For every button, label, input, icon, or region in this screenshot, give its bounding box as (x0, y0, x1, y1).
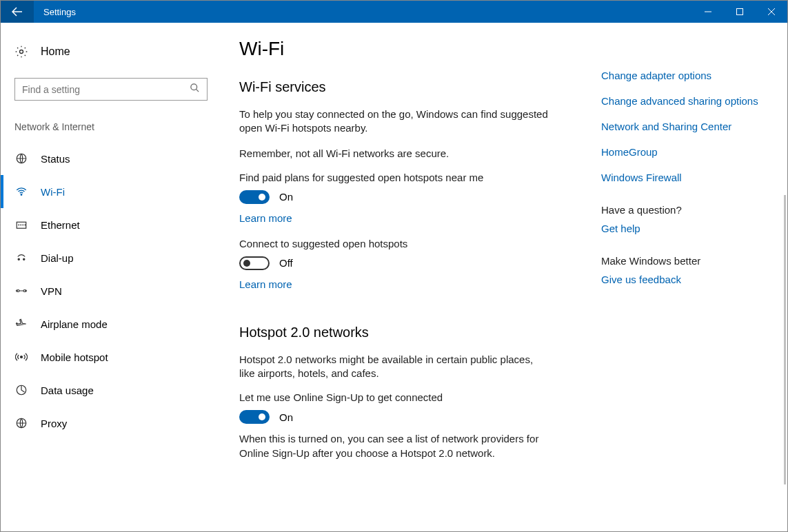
wifi-services-intro: To help you stay connected on the go, Wi… (239, 108, 549, 136)
svg-point-1 (20, 50, 23, 54)
sidebar-item-proxy[interactable]: Proxy (1, 407, 221, 440)
sidebar-item-label: Proxy (41, 418, 67, 429)
hotspot-icon (14, 351, 28, 363)
window-title: Settings (34, 7, 692, 17)
search-input[interactable] (22, 84, 190, 95)
question-heading: Have a question? (601, 204, 767, 216)
paid-plans-label: Find paid plans for suggested open hotsp… (239, 172, 584, 183)
section-wifi-services-heading: Wi-Fi services (239, 79, 584, 95)
related-link[interactable]: Windows Firewall (601, 172, 767, 183)
svg-point-9 (23, 290, 26, 292)
sidebar-item-wifi[interactable]: Wi-Fi (1, 175, 221, 208)
related-link[interactable]: Change adapter options (601, 70, 767, 81)
sidebar-item-status[interactable]: Status (1, 142, 221, 175)
minimize-button[interactable] (692, 1, 724, 23)
home-button[interactable]: Home (14, 38, 221, 65)
maximize-button[interactable] (724, 1, 756, 23)
wifi-services-remember: Remember, not all Wi-Fi networks are sec… (239, 147, 549, 161)
sidebar-item-label: Airplane mode (41, 318, 108, 330)
signup-label: Let me use Online Sign-Up to get connect… (239, 391, 584, 403)
airplane-icon (14, 318, 28, 330)
nav-section-header: Network & Internet (14, 121, 221, 132)
proxy-icon (14, 417, 28, 429)
get-help-link[interactable]: Get help (601, 223, 767, 234)
connect-hotspots-label: Connect to suggested open hotspots (239, 238, 584, 249)
titlebar: Settings (1, 1, 787, 23)
related-link[interactable]: Change advanced sharing options (601, 95, 767, 107)
connect-hotspots-state: Off (279, 257, 293, 269)
signup-state: On (279, 411, 293, 423)
signup-toggle[interactable] (239, 410, 270, 424)
related-link[interactable]: Network and Sharing Center (601, 121, 767, 132)
sidebar-item-label: VPN (41, 285, 62, 297)
feedback-link[interactable]: Give us feedback (601, 274, 767, 285)
search-icon (190, 83, 200, 96)
svg-point-4 (21, 194, 22, 196)
status-icon (14, 152, 28, 165)
learn-more-link-1[interactable]: Learn more (239, 212, 292, 224)
datausage-icon (14, 384, 28, 396)
signup-note: When this is turned on, you can see a li… (239, 432, 549, 460)
svg-point-6 (18, 258, 19, 260)
svg-point-7 (23, 258, 25, 260)
sidebar: Home Network & Internet Status Wi-Fi Eth… (1, 23, 221, 531)
ethernet-icon (14, 218, 28, 231)
close-button[interactable] (756, 1, 787, 23)
window-controls (692, 1, 787, 23)
sidebar-item-label: Data usage (41, 385, 94, 396)
sidebar-item-label: Ethernet (41, 219, 80, 231)
paid-plans-toggle[interactable] (239, 190, 270, 204)
sidebar-item-airplane[interactable]: Airplane mode (1, 307, 221, 340)
sidebar-item-dialup[interactable]: Dial-up (1, 241, 221, 274)
sidebar-item-ethernet[interactable]: Ethernet (1, 208, 221, 241)
dialup-icon (14, 252, 28, 264)
related-link[interactable]: HomeGroup (601, 146, 767, 158)
sidebar-item-hotspot[interactable]: Mobile hotspot (1, 340, 221, 374)
svg-point-8 (17, 290, 19, 292)
home-label: Home (41, 45, 70, 58)
sidebar-item-datausage[interactable]: Data usage (1, 374, 221, 407)
learn-more-link-2[interactable]: Learn more (239, 278, 292, 290)
feedback-heading: Make Windows better (601, 255, 767, 267)
svg-point-10 (21, 356, 23, 358)
connect-hotspots-toggle[interactable] (239, 256, 270, 270)
back-button[interactable] (1, 1, 34, 23)
wifi-icon (14, 185, 28, 198)
section-hotspot20-heading: Hotspot 2.0 networks (239, 325, 584, 340)
sidebar-item-label: Mobile hotspot (41, 351, 108, 363)
paid-plans-state: On (279, 191, 293, 203)
vpn-icon (14, 285, 28, 297)
search-box[interactable] (14, 78, 208, 101)
svg-point-2 (191, 84, 197, 90)
sidebar-item-vpn[interactable]: VPN (1, 274, 221, 307)
main-content: Wi-Fi Wi-Fi services To help you stay co… (221, 23, 787, 531)
page-title: Wi-Fi (239, 38, 584, 60)
gear-icon (14, 45, 28, 59)
hotspot20-intro: Hotspot 2.0 networks might be available … (239, 353, 549, 381)
scrollbar[interactable] (784, 195, 786, 484)
sidebar-item-label: Dial-up (41, 252, 74, 264)
svg-rect-0 (737, 9, 743, 15)
related-links: Change adapter options Change advanced s… (601, 23, 767, 299)
sidebar-item-label: Wi-Fi (41, 186, 65, 198)
sidebar-item-label: Status (41, 153, 70, 165)
